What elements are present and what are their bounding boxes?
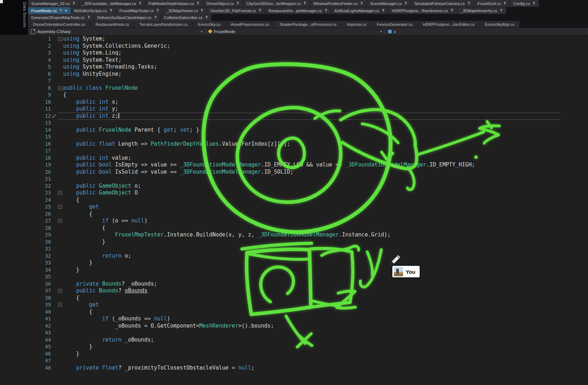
file-tab[interactable]: CollisionSubscriber.cs <box>161 14 212 21</box>
code-line[interactable]: 43 <box>0 329 588 337</box>
file-tab[interactable]: OneSec3D_FileFormat.cs <box>207 7 265 14</box>
file-tab[interactable]: WindowPositionFinder.cs <box>310 0 367 7</box>
file-tab[interactable]: EnviroSky.cs <box>193 21 225 28</box>
file-tab[interactable]: FruxelMapTester.cs <box>116 7 163 14</box>
code-line[interactable]: 31 <box>0 245 588 253</box>
pin-icon[interactable] <box>205 15 208 19</box>
code-line[interactable]: 17 <box>0 147 588 155</box>
file-tab[interactable]: HDRPPostproc...Randomizer.cs <box>388 7 457 14</box>
code-line[interactable]: 6using UnityEngine; <box>0 71 588 78</box>
code-line[interactable]: 22 public GameObject o; <box>0 183 588 190</box>
file-tab[interactable]: DeliverySurfaceClassHelper.cs <box>94 14 160 21</box>
code-line[interactable]: 7 <box>0 78 588 85</box>
collapse-toggle-icon[interactable]: − <box>57 217 63 225</box>
file-tab[interactable]: MyEditorScripts.cs <box>71 7 116 14</box>
code-line[interactable]: 21 <box>0 175 588 183</box>
collapse-toggle-icon[interactable]: − <box>57 36 63 43</box>
file-tab[interactable]: Generator2ExportMapTools.cs <box>28 14 94 21</box>
code-line[interactable]: 33 } <box>0 259 588 267</box>
file-tab[interactable]: SimulatedFisheyeCamera.cs <box>411 0 474 7</box>
pin-icon[interactable] <box>451 9 454 13</box>
file-tab[interactable]: DroneObject.cs <box>203 0 243 7</box>
code-line[interactable]: 4using System.Text; <box>0 57 588 64</box>
code-line[interactable]: 20 public bool IsSolid => value == _3DFo… <box>0 169 588 176</box>
pin-icon[interactable] <box>382 9 385 13</box>
code-line[interactable]: 12 public int z; <box>0 113 588 120</box>
pin-icon[interactable] <box>154 15 157 19</box>
pin-icon[interactable] <box>325 9 328 13</box>
file-tab[interactable]: _3DMapViewer.cs <box>163 7 207 14</box>
code-line[interactable]: 23− public GameObject O <box>0 189 588 197</box>
code-line[interactable]: 27− if (o == null) <box>0 217 588 225</box>
pin-icon[interactable] <box>196 1 200 5</box>
code-line[interactable]: 15 <box>0 133 588 141</box>
pin-icon[interactable] <box>303 1 307 5</box>
pin-icon[interactable] <box>59 9 62 13</box>
code-line[interactable]: 42 _oBounds = O.GetComponent<MeshRendere… <box>0 323 588 330</box>
code-line[interactable]: 37− public Bounds? oBounds <box>0 287 588 295</box>
file-tab[interactable]: _3DFoundatio...delManager.cs <box>79 0 145 7</box>
file-tab[interactable]: RestaurantHook.cs <box>90 21 134 28</box>
pin-icon[interactable] <box>532 1 536 5</box>
collapse-toggle-icon[interactable]: − <box>57 85 63 92</box>
code-line[interactable]: 13 <box>0 119 588 127</box>
code-editor[interactable]: 1−using System;2using System.Collections… <box>0 35 588 385</box>
code-line[interactable]: 29 FruxelMapTester.Instance.BuildNode(x,… <box>0 231 588 239</box>
pin-icon[interactable] <box>109 9 113 13</box>
code-line[interactable]: 2using System.Collections.Generic; <box>0 43 588 50</box>
code-line[interactable]: 14 public FruxelNode Parent { get; set; … <box>0 127 588 134</box>
pin-icon[interactable] <box>258 9 262 13</box>
pin-icon[interactable] <box>503 1 507 5</box>
member-dropdown[interactable]: z <box>385 28 588 35</box>
pin-icon[interactable] <box>500 9 503 13</box>
code-line[interactable]: 19 public bool IsEmpty => value >= _3DFo… <box>0 161 588 169</box>
collapse-toggle-icon[interactable]: − <box>57 189 63 197</box>
file-tab[interactable]: RestaurantHo...pleManager.cs <box>265 7 331 14</box>
type-dropdown[interactable]: FruxelNode ▾ <box>206 28 385 35</box>
code-line[interactable]: 44 return _oBounds; <box>0 337 588 344</box>
code-line[interactable]: 40 { <box>0 309 588 316</box>
code-line[interactable]: 35 <box>0 273 588 281</box>
code-line[interactable]: 30 } <box>0 239 588 246</box>
file-tab[interactable]: _3DMapHierarchy.cs <box>457 7 506 14</box>
pin-icon[interactable] <box>87 15 90 19</box>
chevron-down-icon[interactable]: ▾ <box>380 30 382 33</box>
code-line[interactable]: 1−using System; <box>0 36 588 43</box>
file-tab[interactable]: CityGen3DGen...torWrapper.cs <box>243 0 310 7</box>
file-tab[interactable]: ShaderPackage...stProcessor.cs <box>274 21 341 28</box>
code-line[interactable]: 32 return o; <box>0 253 588 260</box>
code-line[interactable]: 26 { <box>0 211 588 218</box>
pin-icon[interactable] <box>72 1 75 5</box>
code-line[interactable]: 9{ <box>0 91 588 99</box>
pin-icon[interactable] <box>139 1 142 5</box>
collapse-toggle-icon[interactable]: − <box>57 203 63 211</box>
code-line[interactable]: 48 private float? _proximityToClosestObs… <box>0 365 588 372</box>
code-line[interactable]: 41 if (_oBounds == null) <box>0 315 588 323</box>
code-line[interactable]: 28 { <box>0 225 588 232</box>
file-tab[interactable]: Importer.cs <box>342 21 371 28</box>
code-line[interactable]: 16 public float Length => PathfinderDept… <box>0 141 588 148</box>
file-tab[interactable]: FruxelGrid.cs <box>474 0 510 7</box>
code-line[interactable]: 47 <box>0 357 588 365</box>
file-tab[interactable]: EnviroSkyMgr.cs <box>480 21 519 28</box>
code-line[interactable]: 34 } <box>0 267 588 274</box>
file-tab[interactable]: ArtificialLightsManager.cs <box>331 7 388 14</box>
pin-icon[interactable] <box>360 1 363 5</box>
close-icon[interactable]: × <box>65 8 67 13</box>
collapse-toggle-icon[interactable]: − <box>57 287 63 295</box>
file-tab[interactable]: SceneManager_02.cs <box>28 0 79 7</box>
file-tab[interactable]: TerrainLayerRandomizer.cs <box>134 21 192 28</box>
code-line[interactable]: 18 public int value; <box>0 155 588 162</box>
code-line[interactable]: 39− get <box>0 301 588 309</box>
file-tab[interactable]: Config.cs <box>510 0 539 7</box>
code-line[interactable]: 46 } <box>0 351 588 358</box>
pin-icon[interactable] <box>236 1 239 5</box>
code-line[interactable]: 45 } <box>0 343 588 351</box>
code-line[interactable]: 10 public int x; <box>0 99 588 106</box>
file-tab[interactable]: PathfinderDepthValues.cs <box>145 0 203 7</box>
collapse-toggle-icon[interactable]: − <box>57 301 63 309</box>
code-line[interactable]: 8−public class FruxelNode <box>0 85 588 92</box>
code-line[interactable]: 11 public int y; <box>0 105 588 113</box>
file-tab[interactable]: FruxelNode.cs× <box>28 7 71 14</box>
code-line[interactable]: 25− get <box>0 203 588 211</box>
